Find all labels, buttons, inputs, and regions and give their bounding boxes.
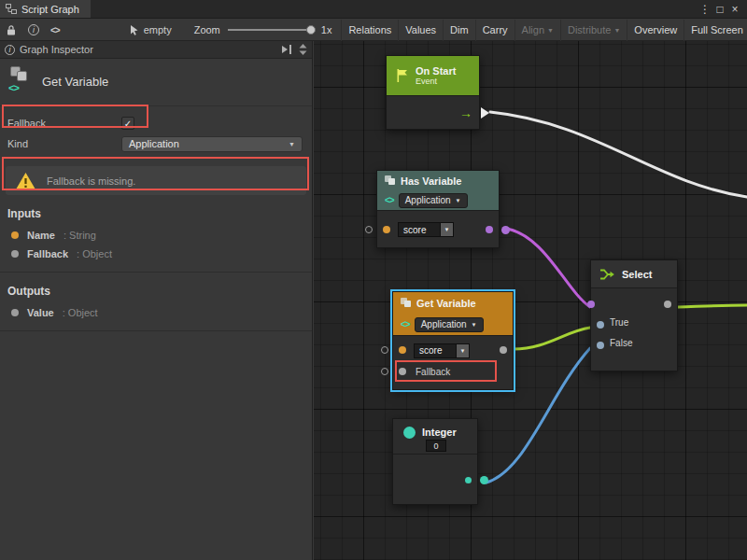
fallback-property-row: Fallback ✓ [0, 113, 312, 133]
graph-inspector-panel: i Graph Inspector <> Get Variable [0, 41, 313, 560]
string-port-icon [11, 231, 19, 239]
variable-icon: <> [7, 66, 34, 96]
node-title: Integer [422, 427, 457, 438]
tab-label: Script Graph [21, 4, 79, 15]
values-label: Values [405, 24, 436, 35]
has-variable-body: score ▼ [377, 210, 499, 247]
code-icon: <> [8, 82, 19, 93]
node-subtitle: Event [416, 77, 456, 86]
close-icon[interactable]: × [727, 1, 742, 18]
get-variable-kind-dropdown[interactable]: Application ▼ [415, 317, 484, 332]
warning-message-box: Fallback is missing. [6, 166, 306, 195]
variable-name-field[interactable]: score ▼ [414, 343, 470, 358]
dim-button[interactable]: Dim [443, 20, 475, 41]
scroll-arrows-icon[interactable] [299, 44, 307, 55]
value-port[interactable] [500, 346, 507, 354]
node-on-start[interactable]: On Start Event → [386, 55, 480, 130]
false-port[interactable] [597, 342, 604, 349]
overview-label: Overview [634, 24, 677, 35]
script-graph-icon [6, 4, 17, 14]
chevron-down-icon: ▼ [613, 27, 620, 34]
full-screen-button[interactable]: Full Screen [684, 20, 747, 41]
node-integer[interactable]: Integer 0 [392, 418, 478, 505]
integer-value-field[interactable]: 0 [426, 440, 446, 452]
menu-icon[interactable]: ⋮ [698, 1, 712, 18]
node-title: Get Variable [416, 298, 476, 309]
title-bar: Script Graph ⋮ □ × [0, 0, 747, 19]
zoom-control: Zoom 1x [194, 24, 332, 35]
flag-icon [395, 68, 409, 83]
carry-button[interactable]: Carry [475, 20, 514, 41]
true-port-label: True [610, 317, 628, 328]
info-icon: i [5, 45, 15, 55]
get-variable-fallback-row: Fallback [393, 361, 513, 383]
section-divider [0, 330, 312, 331]
result-port-connected[interactable] [501, 226, 510, 234]
variable-name-field[interactable]: score ▼ [398, 222, 499, 237]
input-port-row-fallback: Fallback : Object [0, 245, 312, 263]
dim-label: Dim [450, 24, 469, 35]
inspected-node-title-block: <> Get Variable [0, 59, 312, 106]
object-port-icon [11, 250, 19, 258]
variable-name-value[interactable]: score [414, 343, 457, 358]
inspect-button[interactable]: i [22, 20, 45, 41]
fallback-port-unconnected[interactable] [381, 368, 388, 375]
wire-onstart-control[interactable] [490, 112, 747, 197]
on-start-body: → [387, 95, 479, 129]
has-variable-kind-dropdown[interactable]: Application ▼ [399, 193, 468, 208]
pointer-icon [129, 24, 139, 35]
code-icon: <> [401, 319, 410, 329]
overview-button[interactable]: Overview [627, 20, 684, 41]
wire-getvariable-to-select-true[interactable] [514, 328, 590, 349]
kind-dropdown[interactable]: Application ▼ [121, 136, 303, 152]
code-view-button[interactable]: <> [45, 20, 65, 41]
port-name: Value [27, 307, 54, 318]
fallback-port-label: Fallback [416, 367, 450, 377]
maximize-icon[interactable]: □ [712, 1, 727, 18]
values-button[interactable]: Values [398, 20, 443, 41]
tab-script-graph[interactable]: Script Graph [0, 0, 91, 18]
node-has-variable[interactable]: Has Variable <> Application ▼ score ▼ [376, 170, 500, 248]
port-name: Name [27, 230, 55, 241]
chevron-down-icon: ▼ [472, 322, 477, 328]
true-port[interactable] [597, 321, 604, 329]
integer-output-port[interactable] [465, 477, 472, 483]
name-port-unconnected[interactable] [381, 346, 388, 354]
align-button[interactable]: Align ▼ [514, 20, 560, 41]
fallback-checkbox[interactable]: ✓ [121, 117, 134, 130]
chevron-down-icon[interactable]: ▼ [457, 343, 470, 358]
fallback-port[interactable] [399, 368, 406, 375]
kind-value: Application [405, 195, 451, 205]
carry-label: Carry [483, 24, 508, 35]
integer-output-connected[interactable] [480, 476, 488, 484]
wire-select-output[interactable] [678, 305, 747, 307]
lock-button[interactable] [0, 20, 22, 41]
condition-port[interactable] [587, 301, 595, 308]
variable-name-value[interactable]: score [398, 222, 441, 237]
port-name: Fallback [27, 248, 68, 259]
wires-layer [314, 41, 747, 560]
full-screen-label: Full Screen [691, 24, 743, 35]
toolbar-buttons: Relations Values Dim Carry Align ▼ Distr… [341, 20, 747, 41]
zoom-slider[interactable] [228, 29, 314, 31]
chevron-down-icon: ▼ [456, 198, 461, 203]
selection-label: empty [144, 24, 172, 35]
control-output-port[interactable] [481, 107, 489, 119]
selection-output-port[interactable] [664, 301, 671, 308]
result-port[interactable] [486, 226, 493, 233]
node-get-variable[interactable]: Get Variable <> Application ▼ score ▼ [392, 291, 514, 390]
zoom-slider-knob[interactable] [306, 25, 316, 35]
name-port[interactable] [399, 346, 406, 354]
distribute-button[interactable]: Distribute ▼ [560, 20, 627, 41]
port-type: : String [63, 230, 96, 241]
name-port[interactable] [383, 226, 390, 233]
integer-icon [403, 427, 416, 439]
relations-button[interactable]: Relations [341, 20, 398, 41]
graph-canvas[interactable]: On Start Event → Has Variable <> Applic [314, 41, 747, 560]
output-port-row-value: Value : Object [0, 303, 312, 322]
wire-hasvariable-to-select-condition[interactable] [507, 229, 590, 307]
dock-icon[interactable] [281, 45, 293, 54]
chevron-down-icon[interactable]: ▼ [441, 222, 454, 237]
name-port-unconnected[interactable] [365, 226, 373, 233]
node-select[interactable]: Select True False [590, 259, 678, 371]
